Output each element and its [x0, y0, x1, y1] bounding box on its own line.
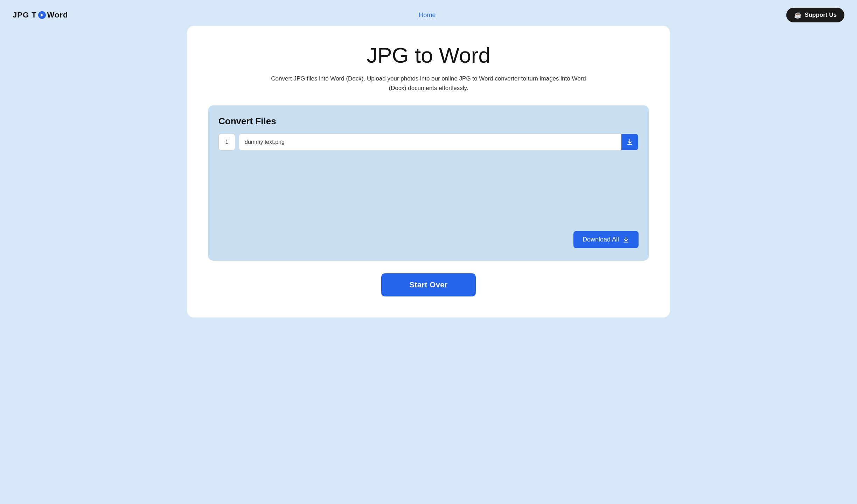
coffee-icon: ☕ — [794, 11, 802, 19]
download-single-button[interactable] — [621, 134, 638, 150]
start-over-row: Start Over — [208, 273, 649, 296]
download-all-label: Download All — [583, 236, 619, 243]
empty-area — [218, 158, 639, 227]
start-over-button[interactable]: Start Over — [381, 273, 475, 296]
page-title: JPG to Word — [208, 43, 649, 68]
nav-home-link[interactable]: Home — [419, 12, 436, 19]
support-button-label: Support Us — [804, 12, 837, 19]
nav-links: Home — [419, 12, 436, 19]
file-number: 1 — [218, 134, 235, 150]
logo-text-part2: Word — [47, 10, 68, 20]
download-all-button[interactable]: Download All — [573, 231, 639, 248]
download-single-icon — [626, 139, 633, 146]
file-row: 1 dummy text.png — [218, 134, 639, 150]
page-subtitle: Convert JPG files into Word (Docx). Uplo… — [271, 74, 586, 93]
navbar: JPG T Word Home ☕ Support Us — [4, 4, 853, 26]
file-input-wrapper: dummy text.png — [239, 134, 639, 150]
convert-section: Convert Files 1 dummy text.png Download … — [208, 105, 649, 261]
logo: JPG T Word — [13, 10, 68, 20]
svg-marker-0 — [41, 13, 43, 17]
support-button[interactable]: ☕ Support Us — [786, 8, 844, 22]
download-all-icon — [622, 236, 629, 243]
convert-section-title: Convert Files — [218, 116, 639, 127]
download-all-row: Download All — [218, 231, 639, 248]
logo-text-part1: JPG T — [13, 10, 37, 20]
main-card: JPG to Word Convert JPG files into Word … — [187, 26, 670, 317]
file-name: dummy text.png — [239, 139, 621, 145]
logo-arrow-icon — [38, 11, 46, 19]
